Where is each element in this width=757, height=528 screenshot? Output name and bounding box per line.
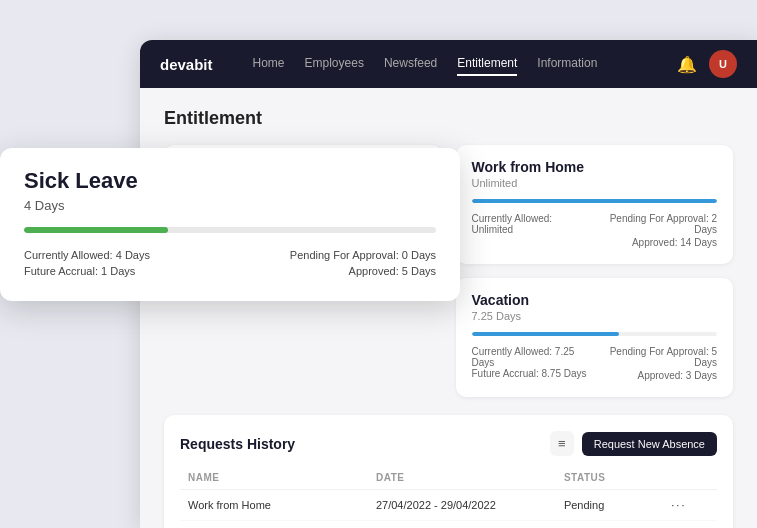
vacation-stats-right: Pending For Approval: 5 Days Approved: 3… bbox=[592, 346, 717, 383]
new-absence-button[interactable]: Request New Absence bbox=[582, 432, 717, 456]
row-actions[interactable]: ··· bbox=[663, 521, 717, 529]
sick-leave-days: 4 Days bbox=[24, 198, 436, 213]
wfh-progress-fill bbox=[472, 199, 718, 203]
col-header-status: Status bbox=[556, 466, 663, 490]
sick-leave-stats-left: Currently Allowed: 4 Days Future Accrual… bbox=[24, 249, 150, 281]
wfh-subtitle: Unlimited bbox=[472, 177, 718, 189]
nav-links: Home Employees Newsfeed Entitlement Info… bbox=[253, 52, 653, 76]
vacation-subtitle: 7.25 Days bbox=[472, 310, 718, 322]
wfh-stats: Currently Allowed: Unlimited Pending For… bbox=[472, 213, 718, 250]
requests-title: Requests History bbox=[180, 436, 295, 452]
nav-entitlement[interactable]: Entitlement bbox=[457, 52, 517, 76]
sick-leave-title: Sick Leave bbox=[24, 168, 436, 194]
vacation-progress-bar bbox=[472, 332, 718, 336]
wfh-allowed: Currently Allowed: Unlimited bbox=[472, 213, 591, 250]
vacation-pending: Pending For Approval: 5 Days bbox=[592, 346, 717, 368]
table-row: Work from Home 26/04/2022 Approved ··· bbox=[180, 521, 717, 529]
sick-leave-stats: Currently Allowed: 4 Days Future Accrual… bbox=[24, 249, 436, 281]
nav-information[interactable]: Information bbox=[537, 52, 597, 76]
requests-header: Requests History ≡ Request New Absence bbox=[180, 431, 717, 456]
vacation-stats: Currently Allowed: 7.25 Days Future Accr… bbox=[472, 346, 718, 383]
requests-section: Requests History ≡ Request New Absence N… bbox=[164, 415, 733, 528]
nav-newsfeed[interactable]: Newsfeed bbox=[384, 52, 437, 76]
vacation-approved: Approved: 3 Days bbox=[592, 370, 717, 381]
row-date: 27/04/2022 - 29/04/2022 bbox=[368, 490, 556, 521]
filter-button[interactable]: ≡ bbox=[550, 431, 574, 456]
vacation-future: Future Accrual: 8.75 Days bbox=[472, 368, 593, 379]
col-header-name: Name bbox=[180, 466, 368, 490]
sick-leave-stats-right: Pending For Approval: 0 Days Approved: 5… bbox=[290, 249, 436, 281]
requests-table: Name Date Status Work from Home 27/04/20… bbox=[180, 466, 717, 528]
nav-employees[interactable]: Employees bbox=[305, 52, 364, 76]
vacation-card: Vacation 7.25 Days Currently Allowed: 7.… bbox=[456, 278, 734, 397]
vacation-stats-left: Currently Allowed: 7.25 Days Future Accr… bbox=[472, 346, 593, 383]
sick-leave-future: Future Accrual: 1 Days bbox=[24, 265, 150, 277]
row-date: 26/04/2022 bbox=[368, 521, 556, 529]
sick-leave-pending: Pending For Approval: 0 Days bbox=[290, 249, 436, 261]
navbar-actions: 🔔 U bbox=[677, 50, 737, 78]
row-name: Work from Home bbox=[180, 521, 368, 529]
user-avatar[interactable]: U bbox=[709, 50, 737, 78]
vacation-allowed: Currently Allowed: 7.25 Days bbox=[472, 346, 593, 368]
col-header-date: Date bbox=[368, 466, 556, 490]
row-status: Pending bbox=[556, 490, 663, 521]
bell-icon[interactable]: 🔔 bbox=[677, 55, 697, 74]
sick-leave-card: Sick Leave 4 Days Currently Allowed: 4 D… bbox=[0, 148, 460, 301]
sick-leave-allowed: Currently Allowed: 4 Days bbox=[24, 249, 150, 261]
table-row: Work from Home 27/04/2022 - 29/04/2022 P… bbox=[180, 490, 717, 521]
col-header-action bbox=[663, 466, 717, 490]
brand-logo: devabit bbox=[160, 56, 213, 73]
requests-actions: ≡ Request New Absence bbox=[550, 431, 717, 456]
row-actions[interactable]: ··· bbox=[663, 490, 717, 521]
nav-home[interactable]: Home bbox=[253, 52, 285, 76]
wfh-progress-bar bbox=[472, 199, 718, 203]
sick-leave-approved: Approved: 5 Days bbox=[290, 265, 436, 277]
wfh-stats-right: Pending For Approval: 2 Days Approved: 1… bbox=[591, 213, 717, 250]
navbar: devabit Home Employees Newsfeed Entitlem… bbox=[140, 40, 757, 88]
wfh-title: Work from Home bbox=[472, 159, 718, 175]
wfh-pending: Pending For Approval: 2 Days bbox=[591, 213, 717, 235]
vacation-title: Vacation bbox=[472, 292, 718, 308]
wfh-card: Work from Home Unlimited Currently Allow… bbox=[456, 145, 734, 264]
row-status: Approved bbox=[556, 521, 663, 529]
wfh-approved: Approved: 14 Days bbox=[591, 237, 717, 248]
sick-leave-progress-fill bbox=[24, 227, 168, 233]
sick-leave-progress-bar bbox=[24, 227, 436, 233]
row-name: Work from Home bbox=[180, 490, 368, 521]
vacation-progress-fill bbox=[472, 332, 619, 336]
page-title: Entitlement bbox=[164, 108, 733, 129]
